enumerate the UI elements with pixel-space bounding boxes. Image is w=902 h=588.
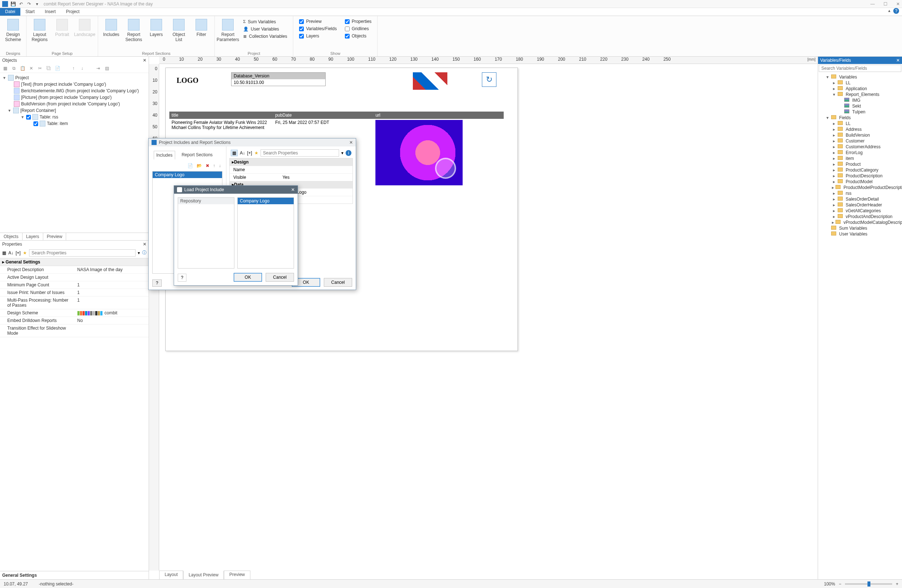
- portrait-button[interactable]: Portrait: [52, 17, 72, 39]
- show-properties-checkbox[interactable]: Properties: [345, 19, 372, 24]
- inc-row-name-val[interactable]: [279, 166, 352, 174]
- show-preview-checkbox[interactable]: Preview: [299, 19, 337, 24]
- vf-field-SalesOrderDetail[interactable]: ▸SalesOrderDetail: [819, 196, 901, 202]
- tree-build[interactable]: BuildVersion (from project include 'Comp…: [1, 101, 148, 107]
- props-tb-expand-icon[interactable]: [+]: [16, 250, 21, 255]
- help-icon[interactable]: ?: [893, 8, 899, 14]
- vf-field-ProductModelProductDescription[interactable]: ▸ProductModelProductDescription: [819, 185, 901, 191]
- vf-field-Product[interactable]: ▸Product: [819, 161, 901, 167]
- tb-paste-icon[interactable]: 📋: [20, 66, 25, 71]
- inc-up-icon[interactable]: ↑: [213, 163, 215, 168]
- props-search-dropdown-icon[interactable]: ▾: [138, 250, 140, 255]
- show-layers-checkbox[interactable]: Layers: [299, 33, 337, 39]
- zoom-in-icon[interactable]: +: [896, 582, 898, 586]
- inc-new-icon[interactable]: 📄: [188, 163, 193, 168]
- vf-field-item[interactable]: ▸item: [819, 156, 901, 161]
- tree-table-item[interactable]: Table: item: [1, 120, 148, 127]
- inc-row-visible-val[interactable]: Yes: [279, 174, 352, 181]
- report-parameters-button[interactable]: Report Parameters: [218, 17, 238, 44]
- includes-button[interactable]: Includes: [101, 17, 121, 39]
- vf-field-ProductCategory[interactable]: ▸ProductCategory: [819, 167, 901, 173]
- vf-field-rss[interactable]: ▸rss: [819, 191, 901, 196]
- includes-list-item[interactable]: Company Logo: [153, 172, 222, 178]
- show-varsfields-checkbox[interactable]: Variables/Fields: [299, 26, 337, 31]
- props-tb-sort-icon[interactable]: A↓: [8, 250, 13, 255]
- layout-regions-button[interactable]: Layout Regions: [30, 17, 50, 44]
- vf-field-BuildVersion[interactable]: ▸BuildVersion: [819, 132, 901, 138]
- minimize-button[interactable]: —: [871, 2, 875, 6]
- load-cancel-button[interactable]: Cancel: [266, 273, 294, 281]
- vf-field-Customer[interactable]: ▸Customer: [819, 138, 901, 144]
- tab-layers[interactable]: Layers: [22, 233, 43, 240]
- include-list[interactable]: Company Logo: [237, 197, 294, 269]
- inc-props-expand-icon[interactable]: [+]: [247, 150, 252, 156]
- inc-delete-icon[interactable]: ✖: [206, 163, 209, 168]
- inc-help-button[interactable]: ?: [152, 280, 162, 287]
- props-row[interactable]: Minimum Page Count1: [0, 281, 149, 289]
- props-row[interactable]: Active Design Layout: [0, 274, 149, 281]
- inc-search-dropdown-icon[interactable]: ▾: [341, 150, 343, 156]
- qat-dropdown-icon[interactable]: ▾: [34, 1, 40, 7]
- user-variables-link[interactable]: 👤User Variables: [243, 27, 287, 31]
- tree-picture[interactable]: [Picture] (from project include 'Company…: [1, 94, 148, 101]
- props-tb-cat-icon[interactable]: ▦: [2, 250, 6, 255]
- props-value[interactable]: 1: [75, 289, 149, 296]
- tab-layout-preview[interactable]: Layout Preview: [183, 571, 224, 579]
- tb-down-icon[interactable]: ↓: [79, 66, 85, 71]
- vf-field-vProductModelCatalogDescription[interactable]: ▸vProductModelCatalogDescription: [819, 219, 901, 225]
- inc-cat-design[interactable]: ▸ Design: [230, 158, 352, 166]
- tab-insert[interactable]: Insert: [40, 8, 61, 16]
- zoom-slider[interactable]: [845, 583, 892, 585]
- tree-text[interactable]: [Text] (from project include 'Company Lo…: [1, 81, 148, 88]
- vf-uservars[interactable]: User Variables: [819, 231, 901, 237]
- landscape-button[interactable]: Landscape: [75, 17, 95, 39]
- properties-panel-close-icon[interactable]: ✕: [143, 242, 146, 247]
- varfields-search-input[interactable]: [819, 65, 901, 72]
- load-dialog-close-icon[interactable]: ✕: [291, 187, 295, 192]
- objects-panel-close-icon[interactable]: ✕: [143, 58, 146, 63]
- zoom-out-icon[interactable]: −: [839, 582, 841, 586]
- vf-field-ErrorLog[interactable]: ▸ErrorLog: [819, 150, 901, 156]
- tab-layout[interactable]: Layout: [159, 571, 183, 579]
- props-value[interactable]: combit: [75, 309, 149, 316]
- tb-up-icon[interactable]: ↑: [70, 66, 76, 71]
- inc-down-icon[interactable]: ↓: [219, 163, 221, 168]
- vf-field-vGetAllCategories[interactable]: ▸vGetAllCategories: [819, 208, 901, 214]
- inc-open-icon[interactable]: 📂: [197, 163, 202, 168]
- inc-props-cat-icon[interactable]: ▦: [231, 150, 238, 156]
- tb-clip-icon[interactable]: 📄: [55, 66, 60, 71]
- props-row[interactable]: Transition Effect for Slideshow Mode: [0, 325, 149, 337]
- report-sections-tab[interactable]: Report Sections: [180, 151, 215, 160]
- props-value[interactable]: NASA Image of the day: [75, 266, 149, 273]
- report-sections-button[interactable]: Report Sections: [124, 17, 144, 44]
- close-button[interactable]: ✕: [896, 2, 900, 6]
- tree-table-rss[interactable]: ▾Table: rss: [1, 114, 148, 120]
- props-row[interactable]: Design Schemecombit: [0, 309, 149, 317]
- tb-delete-icon[interactable]: ✕: [28, 66, 34, 71]
- vf-fields[interactable]: ▾Fields: [819, 115, 901, 120]
- tab-datei[interactable]: Datei: [0, 8, 20, 16]
- vf-re-Tulpen[interactable]: Tulpen: [819, 109, 901, 115]
- repository-list[interactable]: Repository: [178, 197, 234, 269]
- tree-container[interactable]: ▾[Report Container]: [1, 107, 148, 114]
- show-objects-checkbox[interactable]: Objects: [345, 33, 372, 39]
- inc-props-info-icon[interactable]: i: [346, 150, 351, 156]
- tab-objects[interactable]: Objects: [0, 233, 22, 240]
- props-info-icon[interactable]: ⓘ: [142, 250, 146, 256]
- tb-new-icon[interactable]: ▦: [2, 66, 8, 71]
- load-dialog-titlebar[interactable]: Load Project Include ✕: [174, 186, 298, 194]
- ribbon-collapse-icon[interactable]: ▴: [888, 8, 890, 16]
- tb-copy-icon[interactable]: ⧉: [11, 66, 17, 71]
- tree-img[interactable]: Berichtselemente.IMG (from project inclu…: [1, 88, 148, 94]
- tab-project[interactable]: Project: [61, 8, 84, 16]
- vf-re-Sekt[interactable]: Sekt: [819, 103, 901, 109]
- props-row[interactable]: Project DescriptionNASA Image of the day: [0, 266, 149, 274]
- properties-search-input[interactable]: [29, 249, 136, 256]
- vf-field-CustomerAddress[interactable]: ▸CustomerAddress: [819, 144, 901, 150]
- props-value[interactable]: No: [75, 317, 149, 324]
- props-row[interactable]: Issue Print: Number of Issues1: [0, 289, 149, 297]
- layers-button[interactable]: Layers: [146, 17, 166, 39]
- vf-sumvars[interactable]: Sum Variables: [819, 225, 901, 231]
- vf-field-SalesOrderHeader[interactable]: ▸SalesOrderHeader: [819, 202, 901, 208]
- props-tb-fav-icon[interactable]: ★: [23, 250, 27, 255]
